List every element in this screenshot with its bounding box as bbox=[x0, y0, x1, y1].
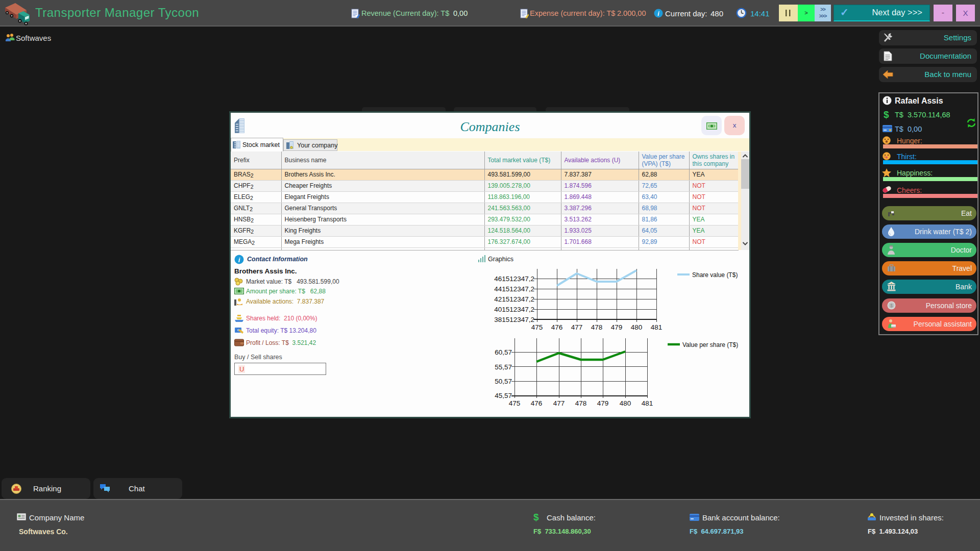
svg-text:475: 475 bbox=[509, 399, 521, 407]
svg-text:479: 479 bbox=[611, 323, 623, 331]
svg-text:461512347,2: 461512347,2 bbox=[494, 275, 534, 283]
svg-text:481: 481 bbox=[651, 323, 663, 331]
svg-text:$: $ bbox=[890, 303, 893, 308]
svg-text:50,57: 50,57 bbox=[495, 378, 512, 385]
svg-text:381512347,2: 381512347,2 bbox=[494, 316, 534, 323]
svg-text:478: 478 bbox=[591, 323, 603, 331]
svg-text:479: 479 bbox=[597, 399, 609, 407]
svg-text:475: 475 bbox=[531, 323, 543, 331]
svg-text:55,57: 55,57 bbox=[495, 363, 512, 371]
svg-text:480: 480 bbox=[631, 323, 643, 331]
svg-text:60,57: 60,57 bbox=[495, 348, 512, 356]
svg-text:421512347,2: 421512347,2 bbox=[494, 295, 534, 303]
svg-text:481: 481 bbox=[642, 399, 653, 407]
svg-text:45,57: 45,57 bbox=[495, 392, 512, 399]
svg-text:441512347,2: 441512347,2 bbox=[494, 285, 534, 293]
svg-text:476: 476 bbox=[551, 323, 563, 331]
svg-text:478: 478 bbox=[575, 399, 587, 407]
svg-text:401512347,2: 401512347,2 bbox=[494, 306, 534, 313]
svg-text:Value per share (T$): Value per share (T$) bbox=[682, 341, 738, 348]
svg-text:480: 480 bbox=[620, 399, 631, 407]
svg-text:477: 477 bbox=[571, 323, 583, 331]
svg-text:477: 477 bbox=[553, 399, 565, 407]
svg-text:i: i bbox=[238, 256, 240, 264]
svg-text:476: 476 bbox=[531, 399, 543, 407]
svg-text:Share value (T$): Share value (T$) bbox=[692, 271, 738, 279]
